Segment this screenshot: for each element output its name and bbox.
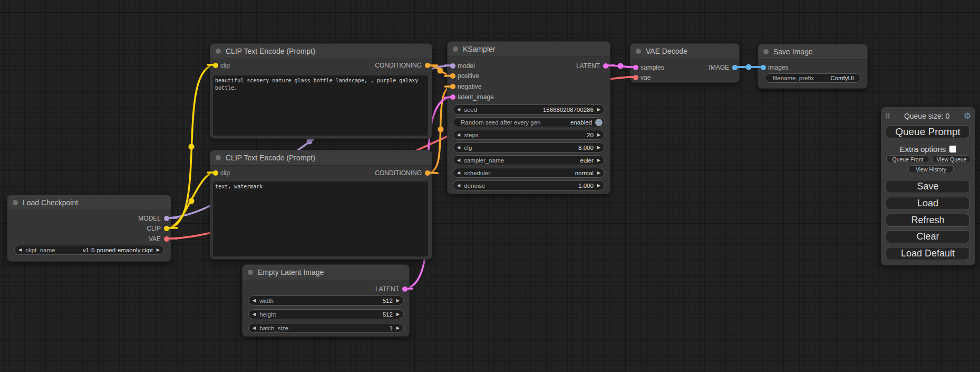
arrow-left-icon[interactable]: ◀ [453, 133, 464, 137]
collapse-dot-icon[interactable] [636, 49, 641, 54]
arrow-left-icon[interactable]: ◀ [453, 146, 464, 150]
output-port-vae[interactable] [164, 236, 169, 242]
output-row-latent: LATENT [448, 61, 610, 71]
arrow-left-icon[interactable]: ◀ [249, 326, 259, 330]
widget-batch-size[interactable]: ◀ batch_size 1 ▶ [248, 323, 404, 333]
node-title-bar[interactable]: Load Checkpoint [7, 195, 171, 211]
arrow-left-icon[interactable]: ◀ [453, 171, 464, 175]
input-port-images[interactable] [761, 65, 766, 70]
collapse-dot-icon[interactable] [248, 270, 253, 275]
arrow-left-icon[interactable]: ◀ [249, 312, 259, 317]
widget-label: seed [464, 107, 477, 113]
widget-ckpt-name[interactable]: ◀ ckpt_name v1-5-pruned-emaonly.ckpt ▶ [14, 245, 164, 255]
widget-width[interactable]: ◀ width 512 ▶ [248, 295, 404, 306]
node-load-checkpoint[interactable]: Load Checkpoint MODEL CLIP VAE ◀ ckpt_na… [7, 195, 171, 262]
node-clip-text-encode-positive[interactable]: CLIP Text Encode (Prompt) clip CONDITION… [210, 43, 432, 139]
toggle-on-indicator[interactable] [595, 119, 603, 126]
input-port-negative[interactable] [450, 84, 455, 89]
collapse-dot-icon[interactable] [763, 49, 769, 54]
arrow-right-icon[interactable]: ▶ [594, 171, 604, 175]
prompt-textarea[interactable]: beautiful scenery nature glass bottle la… [213, 75, 428, 136]
node-title-bar[interactable]: Save Image [758, 44, 867, 60]
collapse-dot-icon[interactable] [216, 155, 221, 160]
widget-steps[interactable]: ◀ steps 20 ▶ [453, 130, 605, 140]
widget-sampler-name[interactable]: ◀ sampler_name euler ▶ [453, 155, 605, 165]
widget-value: 1.000 [578, 183, 594, 189]
widget-height[interactable]: ◀ height 512 ▶ [248, 309, 404, 319]
prompt-textarea[interactable]: text, watermark [213, 182, 428, 256]
input-row-images: images [758, 63, 867, 72]
output-port-model[interactable] [164, 216, 169, 221]
node-title: Save Image [773, 47, 813, 56]
output-label: IMAGE [709, 64, 729, 71]
widget-cfg[interactable]: ◀ cfg 8.000 ▶ [453, 142, 605, 152]
arrow-left-icon[interactable]: ◀ [249, 299, 259, 303]
output-port-conditioning[interactable] [425, 63, 430, 68]
arrow-right-icon[interactable]: ▶ [594, 133, 604, 137]
output-port-latent[interactable] [402, 287, 407, 292]
arrow-right-icon[interactable]: ▶ [594, 108, 604, 112]
widget-filename-prefix[interactable]: filename_prefix ComfyUI [765, 73, 861, 83]
arrow-left-icon[interactable]: ◀ [453, 108, 464, 112]
input-port-vae[interactable] [633, 75, 638, 80]
save-button[interactable]: Save [886, 180, 970, 193]
arrow-right-icon[interactable]: ▶ [393, 299, 403, 303]
node-clip-text-encode-negative[interactable]: CLIP Text Encode (Prompt) clip CONDITION… [210, 150, 432, 260]
node-title-bar[interactable]: VAE Decode [630, 44, 739, 59]
output-label: LATENT [576, 62, 600, 70]
arrow-right-icon[interactable]: ▶ [393, 312, 403, 317]
output-label: CONDITIONING [375, 169, 422, 177]
collapse-dot-icon[interactable] [216, 49, 221, 54]
arrow-left-icon[interactable]: ◀ [453, 184, 464, 188]
node-title: CLIP Text Encode (Prompt) [226, 154, 315, 162]
input-port-latent-image[interactable] [450, 94, 455, 100]
input-port-positive[interactable] [450, 73, 455, 79]
node-title-bar[interactable]: Empty Latent Image [242, 265, 409, 280]
widget-seed[interactable]: ◀ seed 156680208700286 ▶ [453, 104, 605, 115]
widget-label: Random seed after every gen [461, 119, 541, 126]
node-ksampler[interactable]: KSampler model LATENT positive negative … [447, 41, 610, 194]
widget-label: sampler_name [464, 157, 504, 164]
output-port-conditioning[interactable] [425, 170, 430, 176]
widget-random-seed-toggle[interactable]: Random seed after every gen enabled [453, 117, 605, 127]
widget-scheduler[interactable]: ◀ scheduler normal ▶ [453, 168, 605, 178]
queue-front-button[interactable]: Queue Front [886, 155, 929, 163]
node-title-bar[interactable]: KSampler [448, 42, 610, 57]
node-empty-latent-image[interactable]: Empty Latent Image LATENT ◀ width 512 ▶ … [242, 264, 410, 337]
node-title-bar[interactable]: CLIP Text Encode (Prompt) [210, 150, 432, 166]
arrow-left-icon[interactable]: ◀ [453, 158, 464, 163]
output-port-clip[interactable] [164, 226, 169, 231]
extra-options-checkbox[interactable] [949, 146, 956, 152]
node-title-bar[interactable]: CLIP Text Encode (Prompt) [210, 44, 432, 59]
arrow-right-icon[interactable]: ▶ [594, 184, 604, 188]
arrow-right-icon[interactable]: ▶ [594, 146, 604, 150]
queue-prompt-button[interactable]: Queue Prompt [886, 125, 970, 138]
arrow-right-icon[interactable]: ▶ [393, 326, 403, 330]
node-graph-canvas[interactable]: Load Checkpoint MODEL CLIP VAE ◀ ckpt_na… [0, 0, 980, 372]
widget-denoise[interactable]: ◀ denoise 1.000 ▶ [453, 180, 605, 190]
output-row-conditioning: CONDITIONING [210, 61, 432, 70]
input-label: positive [458, 72, 479, 80]
refresh-button[interactable]: Refresh [886, 214, 970, 227]
output-row-latent: LATENT [242, 284, 409, 294]
view-history-button[interactable]: View History [908, 165, 954, 173]
output-port-latent[interactable] [603, 63, 608, 69]
input-label: images [768, 64, 789, 71]
node-save-image[interactable]: Save Image images filename_prefix ComfyU… [758, 44, 868, 89]
load-default-button[interactable]: Load Default [886, 247, 970, 260]
load-button[interactable]: Load [886, 197, 970, 210]
gear-icon[interactable]: ⚙ [964, 112, 971, 120]
drag-handle-icon[interactable]: ⠿ [885, 112, 890, 120]
widget-label: width [259, 298, 274, 304]
view-queue-button[interactable]: View Queue [932, 155, 971, 163]
node-vae-decode[interactable]: VAE Decode samples IMAGE vae [630, 43, 740, 83]
clear-button[interactable]: Clear [886, 230, 970, 243]
node-title: VAE Decode [646, 47, 687, 55]
collapse-dot-icon[interactable] [13, 200, 18, 205]
arrow-right-icon[interactable]: ▶ [594, 158, 604, 163]
collapse-dot-icon[interactable] [453, 46, 458, 52]
arrow-right-icon[interactable]: ▶ [153, 248, 163, 252]
widget-value: 20 [587, 132, 594, 138]
arrow-left-icon[interactable]: ◀ [15, 248, 25, 252]
output-port-image[interactable] [732, 65, 738, 70]
